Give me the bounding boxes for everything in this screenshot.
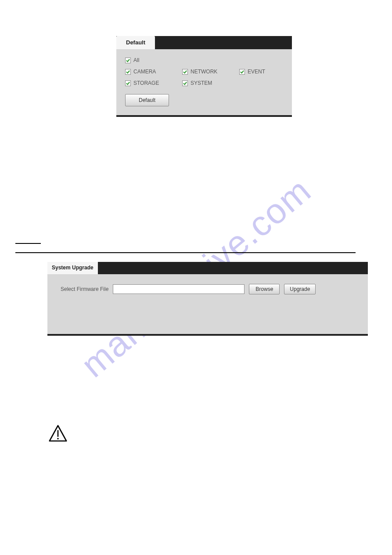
svg-point-2	[57, 438, 59, 440]
checkbox-network-label: NETWORK	[191, 69, 217, 75]
default-tabbar: Default	[116, 36, 292, 49]
checkbox-box-icon	[182, 69, 188, 75]
checkbox-storage[interactable]: STORAGE	[125, 80, 182, 86]
divider-short	[15, 243, 41, 244]
default-panel-body: All CAMERA NETWORK EVENT STORAGE SYSTEM	[116, 49, 292, 115]
checkbox-event[interactable]: EVENT	[239, 69, 283, 75]
system-upgrade-panel: System Upgrade Select Firmware File Brow…	[47, 262, 368, 336]
checkbox-system[interactable]: SYSTEM	[182, 80, 239, 86]
tab-default[interactable]: Default	[116, 36, 155, 49]
checkbox-all-label: All	[133, 57, 139, 63]
checkbox-storage-label: STORAGE	[133, 80, 159, 86]
divider-long	[15, 252, 356, 253]
checkbox-box-icon	[125, 58, 131, 63]
default-button[interactable]: Default	[125, 94, 169, 106]
checkbox-event-label: EVENT	[248, 69, 265, 75]
checkbox-box-icon	[182, 80, 188, 86]
checkbox-camera[interactable]: CAMERA	[125, 69, 182, 75]
default-panel: Default All CAMERA NETWORK EVENT STORAGE	[116, 36, 292, 117]
upgrade-button[interactable]: Upgrade	[284, 284, 316, 294]
checkbox-box-icon	[125, 69, 131, 75]
warning-icon	[49, 424, 67, 443]
checkbox-network[interactable]: NETWORK	[182, 69, 239, 75]
checkbox-camera-label: CAMERA	[133, 69, 156, 75]
firmware-file-input[interactable]	[113, 284, 245, 294]
upgrade-tabbar: System Upgrade	[47, 262, 368, 274]
checkbox-box-icon	[239, 69, 245, 75]
checkbox-all[interactable]: All	[125, 57, 283, 63]
tab-system-upgrade[interactable]: System Upgrade	[47, 262, 98, 274]
checkbox-box-icon	[125, 80, 131, 86]
checkbox-system-label: SYSTEM	[191, 80, 212, 86]
default-checkbox-grid: All CAMERA NETWORK EVENT STORAGE SYSTEM	[125, 57, 283, 86]
upgrade-panel-body: Select Firmware File Browse Upgrade	[47, 274, 368, 334]
select-firmware-label: Select Firmware File	[61, 286, 108, 292]
browse-button[interactable]: Browse	[249, 284, 280, 294]
